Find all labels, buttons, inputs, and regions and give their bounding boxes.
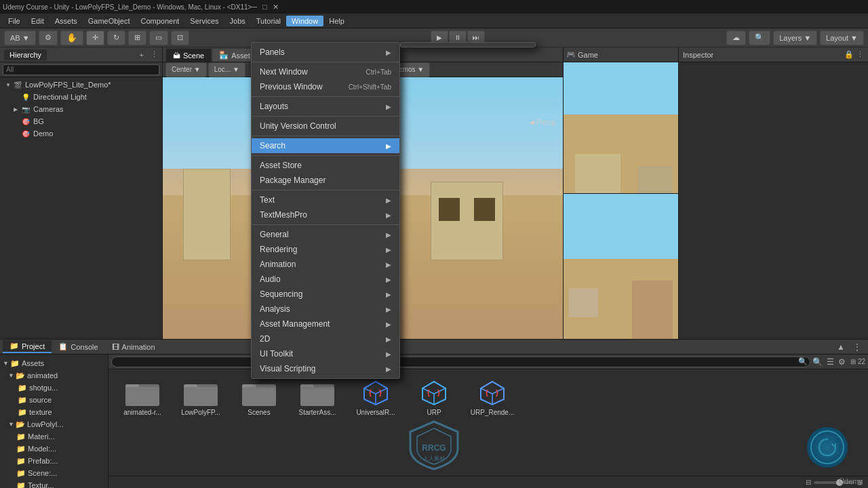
folder-prefab[interactable]: 📁 Prefab:...	[0, 455, 108, 467]
menu-2d[interactable]: 2D ▶	[252, 331, 399, 346]
menu-asset-store[interactable]: Asset Store	[252, 158, 399, 173]
hier-menu-btn[interactable]: ⋮	[151, 50, 158, 59]
layers-dropdown[interactable]: Layers ▼	[773, 30, 817, 45]
menu-textmeshpro[interactable]: TextMeshPro ▶	[252, 207, 399, 222]
menu-sequencing[interactable]: Sequencing ▶	[252, 287, 399, 302]
menu-gameobject[interactable]: GameObject	[83, 16, 136, 26]
hand-tool[interactable]: ✋	[60, 30, 83, 45]
folder-source[interactable]: 📁 source	[0, 394, 108, 406]
asset-pkg-urp[interactable]: { } URP	[407, 376, 461, 416]
hier-item-bg[interactable]: 🎯 BG	[0, 115, 162, 127]
menu-text[interactable]: Text ▶	[252, 192, 399, 207]
window-controls[interactable]: ─ □ ✕	[252, 3, 278, 12]
menu-jobs[interactable]: Jobs	[224, 16, 251, 26]
menu-tutorial[interactable]: Tutorial	[251, 16, 286, 26]
svg-text:}: }	[437, 389, 440, 396]
menu-layouts[interactable]: Layouts ▶	[252, 99, 399, 114]
visual-scripting-label: Visual Scripting	[260, 364, 316, 373]
transform-all-tool[interactable]: ⊡	[171, 30, 189, 45]
text-arrow: ▶	[386, 197, 391, 204]
menu-unity-vc[interactable]: Unity Version Control	[252, 119, 399, 134]
menu-visual-scripting[interactable]: Visual Scripting ▶	[252, 361, 399, 376]
hier-item-dirlight[interactable]: 💡 Directional Light	[0, 91, 162, 103]
folder-texture[interactable]: 📁 texture	[0, 406, 108, 418]
menu-help[interactable]: Help	[323, 16, 350, 26]
scene-local-btn[interactable]: Loc... ▼	[208, 62, 245, 77]
2d-label: 2D	[260, 334, 270, 344]
menu-next-window[interactable]: Next Window Ctrl+Tab	[252, 64, 399, 79]
hierarchy-tab[interactable]: Hierarchy	[4, 49, 47, 60]
menu-asset-management[interactable]: Asset Management ▶	[252, 317, 399, 331]
menu-animation[interactable]: Animation ▶	[252, 257, 399, 272]
folder-materi[interactable]: 📁 Materi...	[0, 430, 108, 443]
hier-item-scene[interactable]: ▼ 🎬 LowPolyFPS_Lite_Demo*	[0, 79, 162, 91]
asset-folder-animated[interactable]: animated-r...	[115, 376, 170, 416]
asset-folder-starteras[interactable]: StarterAss...	[290, 376, 344, 416]
menu-rendering[interactable]: Rendering ▶	[252, 242, 399, 257]
folder-model[interactable]: 📁 Model:...	[0, 443, 108, 455]
move-tool[interactable]: ✛	[86, 30, 104, 45]
menu-audio[interactable]: Audio ▶	[252, 272, 399, 287]
animation-tab[interactable]: 🎞 Animation	[105, 342, 162, 352]
hier-add-btn[interactable]: +	[140, 51, 144, 59]
asset-folder-scenes[interactable]: Scenes	[232, 376, 286, 416]
asset-folder-lowpolyfp[interactable]: LowPolyFP...	[174, 376, 228, 416]
asset-pkg-urp-rende[interactable]: { } URP_Rende...	[465, 376, 519, 416]
rotate-tool[interactable]: ↻	[107, 30, 125, 45]
folder-shotgu[interactable]: 📁 shotgu...	[0, 382, 108, 394]
menu-component[interactable]: Component	[135, 16, 184, 26]
menu-search[interactable]: Search ▶	[252, 138, 399, 153]
svg-rect-14	[242, 387, 276, 406]
menu-window[interactable]: Window	[286, 16, 323, 26]
scene-tab[interactable]: 🏔 Scene	[165, 48, 212, 62]
folder-animated[interactable]: ▼ 📂 animated	[0, 369, 108, 382]
separator-4	[252, 136, 399, 136]
scene-tab-label: Scene	[183, 52, 204, 60]
menu-previous-window[interactable]: Previous Window Ctrl+Shift+Tab	[252, 79, 399, 94]
layout-dropdown[interactable]: Layout ▼	[820, 30, 864, 45]
collab-btn[interactable]: ☁	[726, 30, 746, 45]
asset-pkg-universalr[interactable]: { } UniversalR...	[349, 376, 403, 416]
hier-item-cameras[interactable]: ▶ 📷 Cameras	[0, 103, 162, 115]
scale-tool[interactable]: ⊞	[128, 30, 146, 45]
menu-package-manager[interactable]: Package Manager	[252, 173, 399, 188]
svg-text:{: {	[369, 389, 372, 396]
menu-file[interactable]: File	[3, 16, 26, 26]
transform-tool-btn[interactable]: AB ▼	[4, 30, 36, 45]
hierarchy-search[interactable]	[3, 64, 159, 75]
menu-assets[interactable]: Assets	[50, 16, 83, 26]
menu-services[interactable]: Services	[184, 16, 224, 26]
inspector-menu-icon[interactable]: ⋮	[856, 50, 864, 59]
rect-tool[interactable]: ▭	[149, 30, 168, 45]
menu-general[interactable]: General ▶	[252, 227, 399, 242]
assets-filter-btn[interactable]: ☰	[825, 357, 836, 367]
menu-analysis[interactable]: Analysis ▶	[252, 302, 399, 317]
folder-scene[interactable]: 📁 Scene:...	[0, 467, 108, 479]
menu-ui-toolkit[interactable]: UI Toolkit ▶	[252, 346, 399, 361]
project-tab-icon: 📁	[9, 342, 19, 350]
menu-panels[interactable]: Panels ▶	[252, 45, 399, 60]
assets-refresh-btn[interactable]: ⚙	[836, 357, 848, 367]
hier-item-demo[interactable]: 🎯 Demo	[0, 127, 162, 140]
svg-marker-19	[364, 382, 387, 394]
inspector-lock-icon[interactable]: 🔒	[844, 50, 854, 59]
scene-center-btn[interactable]: Center ▼	[165, 62, 207, 77]
next-window-shortcut: Ctrl+Tab	[366, 68, 391, 76]
console-tab[interactable]: 📋 Console	[52, 341, 104, 352]
prev-window-label: Previous Window	[260, 82, 323, 92]
folder-lowpoly[interactable]: ▼ 📂 LowPolyI...	[0, 418, 108, 430]
ui-toolkit-arrow: ▶	[386, 350, 391, 358]
folder-textur[interactable]: 📁 Textur...	[0, 479, 108, 488]
assets-search-input[interactable]	[111, 357, 810, 367]
inspector-tab-label[interactable]: Inspector	[683, 51, 713, 59]
assets-view-btn1[interactable]: 🔍	[810, 357, 825, 367]
bottom-panel: 📁 Project 📋 Console 🎞 Animation ▲ ⋮ ▼ 📁 …	[0, 339, 868, 488]
menu-edit[interactable]: Edit	[26, 16, 50, 26]
search-toolbar-btn[interactable]: 🔍	[749, 30, 770, 45]
bottom-menu-btn[interactable]: ⋮	[849, 342, 865, 352]
project-tab[interactable]: 📁 Project	[3, 340, 52, 353]
assets-root-item[interactable]: ▼ 📁 Assets	[0, 357, 108, 369]
game-tab-label[interactable]: Game	[578, 51, 598, 59]
bottom-collapse-btn[interactable]: ▲	[833, 342, 849, 352]
settings-btn[interactable]: ⚙	[39, 30, 58, 45]
